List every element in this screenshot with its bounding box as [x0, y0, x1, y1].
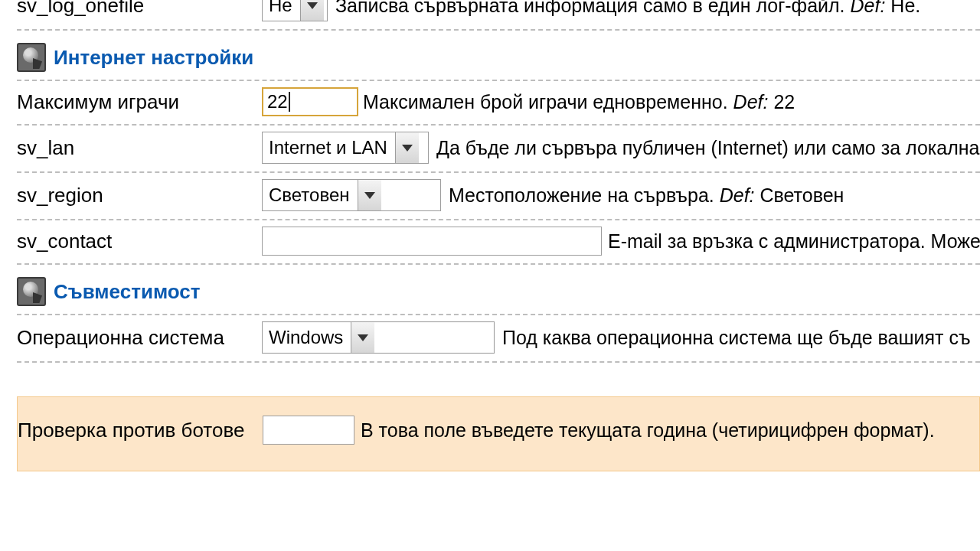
section-internet-title: Интернет настройки [54, 46, 253, 70]
input-max-players[interactable]: 22 [262, 87, 358, 116]
def-value: 22 [768, 91, 795, 112]
select-os-value: Windows [263, 322, 351, 353]
label-bot-check: Проверка против ботове [18, 419, 263, 442]
def-label: Def: [851, 0, 886, 16]
select-sv-region-value: Световен [263, 180, 358, 210]
anti-bot-panel: Проверка против ботове В това поле въвед… [17, 396, 980, 471]
section-compat-title: Съвместимост [54, 280, 201, 304]
def-label: Def: [720, 184, 755, 206]
dropdown-icon [358, 180, 381, 210]
input-bot-check[interactable] [263, 416, 354, 445]
desc-sv-lan: Да бъде ли сървъра публичен (Internet) и… [436, 137, 980, 158]
def-label: Def: [733, 91, 769, 112]
cs-icon [17, 43, 46, 72]
label-sv-log-onefile: sv_log_onefile [17, 0, 262, 18]
select-sv-log-onefile[interactable]: Не [262, 0, 328, 21]
desc-bot-check: В това поле въведете текущата година (че… [361, 419, 935, 441]
dropdown-icon [395, 132, 419, 163]
select-sv-log-onefile-value: Не [263, 0, 300, 21]
label-os: Операционна система [17, 326, 262, 350]
section-compat: Съвместимост [17, 265, 980, 315]
def-value: Не. [885, 0, 920, 16]
text-caret [289, 92, 290, 112]
section-internet: Интернет настройки [17, 31, 980, 81]
dropdown-icon [300, 0, 324, 21]
label-sv-region: sv_region [17, 184, 262, 207]
label-max-players: Максимум играчи [17, 90, 262, 114]
input-max-players-value: 22 [267, 91, 288, 112]
dropdown-icon [351, 322, 374, 353]
desc-os: Под каква операционна система ще бъде ва… [502, 327, 971, 348]
cs-icon [17, 277, 46, 306]
select-sv-lan[interactable]: Internet и LAN [262, 132, 429, 164]
def-value: Световен [755, 184, 844, 206]
desc-sv-contact: E-mail за връзка с администратора. Може [608, 230, 980, 252]
desc-sv-log-onefile: Записва сървърната информация само в еди… [335, 0, 851, 16]
label-sv-contact: sv_contact [17, 230, 262, 253]
select-sv-lan-value: Internet и LAN [263, 132, 395, 163]
select-sv-region[interactable]: Световен [262, 179, 441, 211]
select-os[interactable]: Windows [262, 321, 495, 354]
input-sv-contact[interactable] [262, 227, 602, 256]
label-sv-lan: sv_lan [17, 136, 262, 160]
desc-sv-region: Местоположение на сървъра. [449, 184, 720, 206]
desc-max-players: Максимален брой играчи едновременно. [363, 91, 733, 112]
